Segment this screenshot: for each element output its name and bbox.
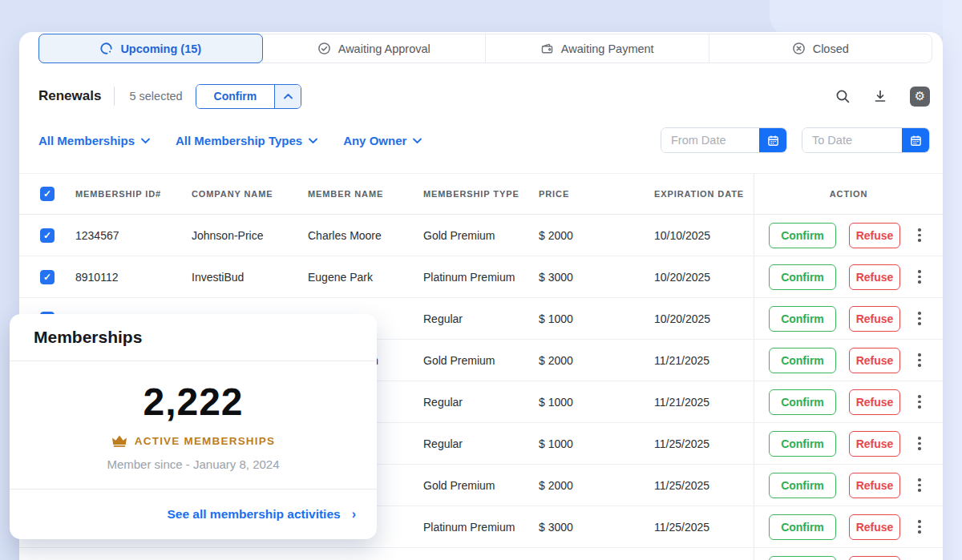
kebab-menu-icon[interactable]	[915, 517, 924, 537]
from-date-input[interactable]	[661, 128, 759, 152]
chevron-up-icon[interactable]	[274, 85, 301, 108]
cell-price: $ 2000	[539, 479, 654, 492]
chevron-down-icon	[141, 138, 150, 143]
check-icon: ✓	[43, 272, 51, 282]
page-title: Renewals	[38, 88, 101, 104]
member-since-text: Member since - January 8, 2024	[10, 457, 377, 471]
filters-row: All Memberships All Membership Types Any…	[38, 127, 930, 154]
column-header-expiration-date: Expiration Date	[654, 189, 754, 199]
cell-membership-type: Regular	[423, 396, 539, 409]
cell-membership-type: Regular	[423, 312, 539, 325]
column-header-company-name: Company Name	[192, 189, 308, 199]
cell-membership-id: 1234567	[75, 229, 192, 242]
confirm-button[interactable]: Confirm	[769, 223, 836, 248]
action-cell: ConfirmRefuse	[754, 548, 943, 560]
action-cell: ConfirmRefuse	[754, 506, 943, 547]
refuse-button[interactable]: Refuse	[849, 473, 900, 498]
download-icon[interactable]	[873, 89, 887, 103]
row-checkbox[interactable]: ✓	[40, 228, 55, 243]
cell-membership-type: Platinum Premium	[423, 521, 539, 534]
active-memberships-count: 2,222	[10, 380, 377, 424]
cell-membership-id: 8910112	[75, 271, 192, 284]
kebab-menu-icon[interactable]	[915, 350, 924, 370]
cell-price: $ 3000	[539, 271, 654, 284]
background-decoration-strip	[943, 0, 962, 560]
kebab-menu-icon[interactable]	[915, 392, 924, 412]
tab-awaiting-approval[interactable]: Awaiting Approval	[262, 34, 486, 62]
cell-member-name: Charles Moore	[308, 229, 423, 242]
cell-expiration-date: 10/20/2025	[654, 271, 754, 284]
refuse-button[interactable]: Refuse	[849, 348, 900, 373]
confirm-button[interactable]: Confirm	[769, 473, 836, 498]
confirm-button[interactable]: Confirm	[769, 514, 836, 540]
column-header-membership-id: Membership ID#	[75, 189, 192, 199]
memberships-filter-dropdown[interactable]: All Memberships	[38, 134, 150, 147]
refuse-button[interactable]: Refuse	[849, 431, 900, 457]
checkbox-cell	[19, 548, 75, 560]
cell-expiration-date: 11/25/2025	[654, 437, 754, 450]
action-cell: ConfirmRefuse	[754, 215, 943, 256]
checkbox-cell: ✓	[19, 256, 75, 297]
memberships-popup: Memberships 2,222 ACTIVE MEMBERSHIPS Mem…	[10, 314, 377, 539]
toolbar: Renewals 5 selected Confirm ⚙	[38, 80, 930, 112]
cell-expiration-date: 10/20/2025	[654, 312, 754, 325]
to-date-input[interactable]	[802, 128, 902, 152]
select-all-checkbox[interactable]: ✓	[40, 187, 55, 201]
column-header-membership-type: Membership Type	[423, 189, 539, 199]
wallet-icon	[540, 42, 554, 55]
confirm-bulk-button[interactable]: Confirm	[196, 85, 275, 108]
pending-circle-icon	[99, 42, 113, 55]
kebab-menu-icon[interactable]	[915, 267, 924, 287]
see-all-activities-link[interactable]: See all membership activities	[167, 507, 340, 522]
calendar-icon[interactable]	[759, 128, 786, 152]
cell-price: $ 1000	[539, 437, 654, 450]
cell-membership-type: Regular	[423, 437, 539, 450]
table-header: ✓ Membership ID# Company Name Member Nam…	[19, 173, 943, 215]
kebab-menu-icon[interactable]	[915, 475, 924, 495]
confirm-button[interactable]: Confirm	[769, 348, 836, 373]
action-cell: ConfirmRefuse	[754, 381, 943, 422]
cell-expiration-date: 11/25/2025	[654, 521, 754, 534]
cell-expiration-date: 11/21/2025	[654, 396, 754, 409]
refuse-button[interactable]: Refuse	[849, 514, 900, 540]
confirm-button[interactable]: Confirm	[769, 556, 836, 560]
refuse-button[interactable]: Refuse	[849, 223, 900, 248]
dropdown-label: All Memberships	[38, 134, 135, 147]
settings-icon[interactable]: ⚙	[910, 87, 930, 107]
kebab-menu-icon[interactable]	[915, 433, 924, 453]
cell-price: $ 1000	[539, 312, 654, 325]
cell-company-name: InvestiBud	[192, 271, 308, 284]
tab-upcoming[interactable]: Upcoming (15)	[38, 34, 263, 63]
selected-count: 5 selected	[129, 90, 182, 103]
calendar-icon[interactable]	[902, 128, 929, 152]
kebab-menu-icon[interactable]	[915, 308, 924, 328]
tab-label: Closed	[813, 42, 849, 55]
refuse-button[interactable]: Refuse	[849, 264, 900, 290]
table-row: ✓8910112InvestiBudEugene ParkPlatinum Pr…	[19, 256, 943, 298]
from-date-field	[661, 127, 787, 153]
refuse-button[interactable]: Refuse	[849, 556, 900, 560]
confirm-button[interactable]: Confirm	[769, 306, 836, 332]
kebab-menu-icon[interactable]	[915, 225, 924, 245]
dropdown-label: Any Owner	[343, 134, 406, 147]
confirm-button[interactable]: Confirm	[769, 431, 836, 457]
dropdown-label: All Membership Types	[176, 134, 302, 147]
confirm-split-button[interactable]: Confirm	[196, 84, 302, 109]
chevron-down-icon	[309, 138, 317, 143]
owner-filter-dropdown[interactable]: Any Owner	[343, 134, 422, 147]
row-checkbox[interactable]: ✓	[40, 270, 55, 284]
tab-closed[interactable]: Closed	[709, 34, 932, 62]
cell-member-name: Eugene Park	[308, 271, 423, 284]
cell-membership-type: Platinum Premium	[423, 271, 539, 284]
refuse-button[interactable]: Refuse	[849, 306, 900, 332]
check-icon: ✓	[43, 231, 51, 240]
confirm-button[interactable]: Confirm	[769, 389, 836, 415]
confirm-button[interactable]: Confirm	[769, 264, 836, 290]
cell-membership-type: Gold Premium	[423, 229, 539, 242]
membership-types-filter-dropdown[interactable]: All Membership Types	[176, 134, 317, 147]
tab-awaiting-payment[interactable]: Awaiting Payment	[485, 34, 709, 62]
search-icon[interactable]	[835, 89, 851, 104]
cell-company-name: Johnson-Price	[192, 229, 308, 242]
action-cell: ConfirmRefuse	[754, 340, 943, 381]
refuse-button[interactable]: Refuse	[849, 389, 900, 415]
